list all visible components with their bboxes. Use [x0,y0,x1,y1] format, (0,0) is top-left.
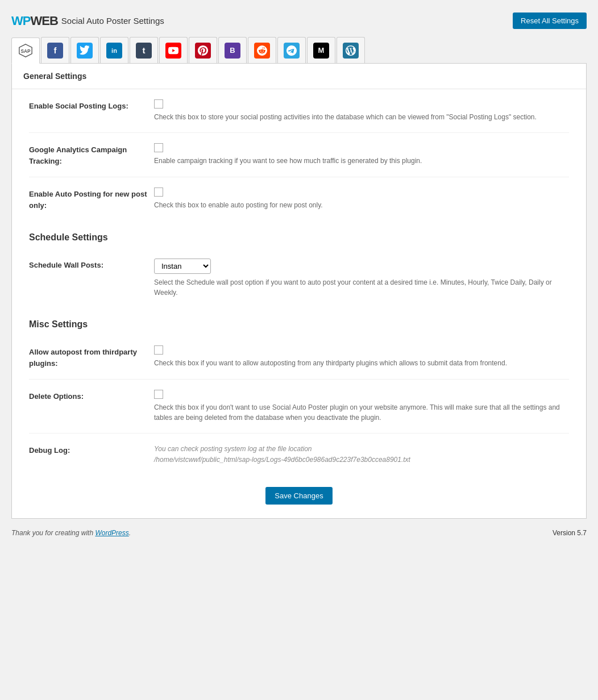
sap-icon: SAP [18,43,34,59]
tab-telegram[interactable] [277,37,306,63]
telegram-icon [284,43,300,59]
setting-row-ga-tracking: Google Analytics Campaign Tracking: Enab… [29,133,569,177]
schedule-settings-section: Schedule Wall Posts: Instan Minutes Hour… [12,248,586,308]
delete-options-control: Check this box if you don't want to use … [154,390,569,423]
debug-log-control: You can check posting system log at the … [154,444,569,465]
tab-youtube[interactable] [159,37,188,63]
brand-web: WEB [30,14,57,28]
ga-tracking-checkbox[interactable] [154,143,163,152]
tab-tumblr[interactable]: t [130,37,158,63]
svg-text:SAP: SAP [20,48,31,54]
allow-thirdparty-description: Check this box if you want to allow auto… [154,358,569,368]
ga-tracking-description: Enable campaign tracking if you want to … [154,156,569,166]
save-changes-button[interactable]: Save Changes [265,487,332,505]
pinterest-icon [195,43,211,59]
ga-tracking-control: Enable campaign tracking if you want to … [154,143,569,166]
new-post-only-description: Check this box to enable auto posting fo… [154,200,569,210]
reddit-icon [254,43,270,59]
misc-settings-section: Allow autopost from thirdparty plugins: … [12,335,586,476]
enable-logs-description: Check this box to store your social post… [154,112,569,122]
footer-version: Version 5.7 [553,529,587,537]
setting-row-enable-logs: Enable Social Posting Logs: Check this b… [29,89,569,133]
new-post-only-label: Enable Auto Posting for new post only: [29,188,154,211]
allow-thirdparty-checkbox[interactable] [154,345,163,355]
reset-all-settings-button[interactable]: Reset All Settings [513,13,587,29]
tab-reddit[interactable] [248,37,276,63]
save-btn-row: Save Changes [12,476,586,518]
wordpress-icon [343,43,359,59]
tab-medium[interactable]: M [307,37,335,63]
header: WPWEB Social Auto Poster Settings Reset … [11,6,587,37]
delete-options-description: Check this box if you don't want to use … [154,402,569,423]
footer: Thank you for creating with WordPress. V… [11,519,587,537]
setting-row-new-post-only: Enable Auto Posting for new post only: C… [29,177,569,221]
schedule-wall-posts-select[interactable]: Instan Minutes Hourly Twice Daily Daily … [154,259,211,274]
footer-thank-you: Thank you for creating with [11,529,95,537]
debug-log-label: Debug Log: [29,444,154,456]
footer-text: Thank you for creating with WordPress. [11,529,131,537]
tab-wordpress[interactable] [337,37,365,63]
setting-row-debug-log: Debug Log: You can check posting system … [29,434,569,476]
schedule-settings-heading: Schedule Settings [12,221,586,248]
enable-logs-control: Check this box to store your social post… [154,99,569,122]
footer-period: . [129,529,131,537]
setting-row-allow-thirdparty: Allow autopost from thirdparty plugins: … [29,335,569,380]
general-settings-heading: General Settings [12,64,586,89]
delete-options-checkbox[interactable] [154,390,163,399]
twitter-icon [77,43,93,59]
general-settings-section: Enable Social Posting Logs: Check this b… [12,89,586,221]
enable-logs-label: Enable Social Posting Logs: [29,99,154,112]
new-post-only-checkbox[interactable] [154,188,163,197]
buddypress-icon: B [225,43,240,59]
linkedin-icon: in [106,43,122,59]
tab-pinterest[interactable] [189,37,217,63]
schedule-wall-posts-label: Schedule Wall Posts: [29,259,154,271]
page-title: Social Auto Poster Settings [61,16,164,26]
brand-logo: WPWEB [11,14,58,28]
enable-logs-checkbox[interactable] [154,99,163,109]
facebook-icon: f [47,43,63,59]
allow-thirdparty-label: Allow autopost from thirdparty plugins: [29,345,154,369]
setting-row-schedule-wall-posts: Schedule Wall Posts: Instan Minutes Hour… [29,248,569,308]
footer-wordpress-link[interactable]: WordPress [95,529,128,537]
tab-sap[interactable]: SAP [11,38,40,64]
youtube-icon [165,43,181,59]
main-panel: General Settings Enable Social Posting L… [11,64,587,519]
schedule-wall-posts-control: Instan Minutes Hourly Twice Daily Daily … [154,259,569,298]
brand-wp: WP [11,14,30,28]
ga-tracking-label: Google Analytics Campaign Tracking: [29,143,154,166]
tab-linkedin[interactable]: in [100,37,128,63]
tab-twitter[interactable] [70,37,99,63]
setting-row-delete-options: Delete Options: Check this box if you do… [29,380,569,434]
new-post-only-control: Check this box to enable auto posting fo… [154,188,569,210]
medium-icon: M [313,43,329,59]
debug-log-path: /home/vistcwwf/public_html/sap-logs/Logs… [154,455,569,465]
debug-log-description: You can check posting system log at the … [154,444,569,465]
tab-buddypress[interactable]: B [218,37,247,63]
delete-options-label: Delete Options: [29,390,154,402]
tab-facebook[interactable]: f [41,37,69,63]
tabs-bar: SAP f in t [11,37,587,64]
schedule-wall-posts-description: Select the Schedule wall post option if … [154,277,569,298]
allow-thirdparty-control: Check this box if you want to allow auto… [154,345,569,368]
brand: WPWEB Social Auto Poster Settings [11,14,164,28]
misc-settings-heading: Misc Settings [12,308,586,335]
tumblr-icon: t [136,43,152,59]
